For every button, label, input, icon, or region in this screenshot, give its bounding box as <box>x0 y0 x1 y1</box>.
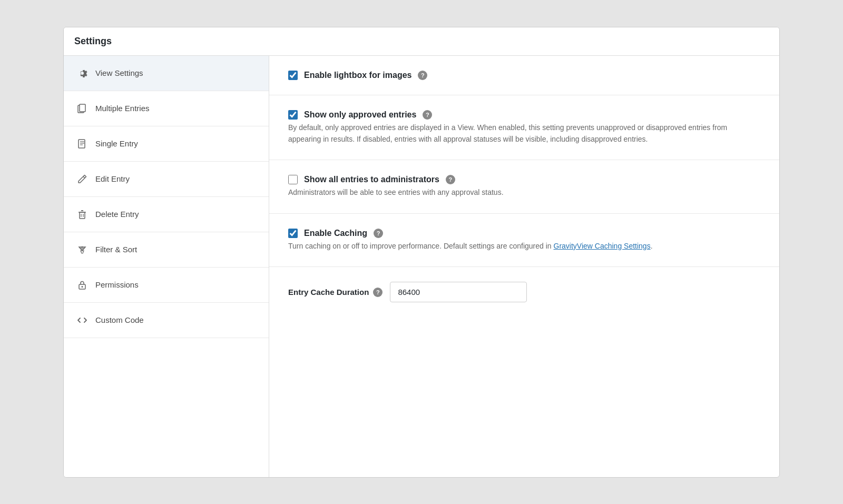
trash-icon <box>76 209 88 220</box>
cache-duration-section: Entry Cache Duration ? <box>269 267 779 317</box>
caching-checkbox[interactable] <box>288 229 298 238</box>
pencil-icon <box>76 173 88 185</box>
sidebar-label-filter-sort: Filter & Sort <box>95 245 137 254</box>
cache-duration-help-icon[interactable]: ? <box>373 288 383 297</box>
approved-entries-help-icon[interactable]: ? <box>423 110 432 120</box>
sidebar-item-view-settings[interactable]: View Settings <box>64 56 269 91</box>
sidebar-label-view-settings: View Settings <box>95 68 143 77</box>
caching-description: Turn caching on or off to improve perfor… <box>288 240 760 252</box>
approved-entries-description: By default, only approved entries are di… <box>288 122 760 145</box>
caching-label[interactable]: Enable Caching <box>304 229 367 238</box>
sidebar-label-single-entry: Single Entry <box>95 139 138 148</box>
sidebar-item-permissions[interactable]: Permissions <box>64 268 269 303</box>
sidebar: View Settings Multiple Entries <box>64 56 269 477</box>
gear-icon <box>76 67 88 79</box>
caching-settings-link[interactable]: GravityView Caching Settings <box>554 242 651 250</box>
code-icon <box>76 314 88 326</box>
lock-icon <box>76 279 88 291</box>
sidebar-item-single-entry[interactable]: Single Entry <box>64 126 269 162</box>
admin-entries-description: Administrators will be able to see entri… <box>288 186 760 198</box>
admin-entries-section: Show all entries to administrators ? Adm… <box>269 160 779 213</box>
lightbox-row: Enable lightbox for images ? <box>288 71 760 80</box>
sidebar-label-edit-entry: Edit Entry <box>95 174 130 183</box>
caching-section: Enable Caching ? Turn caching on or off … <box>269 214 779 267</box>
admin-entries-help-icon[interactable]: ? <box>446 175 455 184</box>
settings-header: Settings <box>64 27 779 56</box>
filter-icon <box>76 244 88 255</box>
caching-row: Enable Caching ? <box>288 229 760 238</box>
svg-rect-1 <box>80 104 85 112</box>
sidebar-item-edit-entry[interactable]: Edit Entry <box>64 162 269 197</box>
sidebar-item-custom-code[interactable]: Custom Code <box>64 303 269 338</box>
sidebar-label-custom-code: Custom Code <box>95 315 144 324</box>
panel-title: Settings <box>74 36 769 47</box>
page-icon <box>76 138 88 150</box>
lightbox-help-icon[interactable]: ? <box>418 71 427 80</box>
approved-entries-row: Show only approved entries ? <box>288 110 760 120</box>
pages-icon <box>76 103 88 114</box>
lightbox-label[interactable]: Enable lightbox for images <box>304 71 411 80</box>
settings-body: View Settings Multiple Entries <box>64 56 779 477</box>
lightbox-checkbox[interactable] <box>288 71 298 80</box>
caching-help-icon[interactable]: ? <box>374 229 383 238</box>
lightbox-section: Enable lightbox for images ? <box>269 56 779 95</box>
approved-entries-section: Show only approved entries ? By default,… <box>269 95 779 161</box>
admin-entries-row: Show all entries to administrators ? <box>288 175 760 184</box>
approved-entries-label[interactable]: Show only approved entries <box>304 110 416 120</box>
sidebar-label-delete-entry: Delete Entry <box>95 210 139 219</box>
main-content: Enable lightbox for images ? Show only a… <box>269 56 779 477</box>
sidebar-label-permissions: Permissions <box>95 280 139 289</box>
svg-point-16 <box>82 286 83 288</box>
svg-rect-7 <box>80 212 85 219</box>
sidebar-item-filter-sort[interactable]: Filter & Sort <box>64 232 269 268</box>
cache-duration-input[interactable] <box>390 282 527 302</box>
admin-entries-checkbox[interactable] <box>288 175 298 184</box>
sidebar-label-multiple-entries: Multiple Entries <box>95 104 150 113</box>
svg-rect-2 <box>79 140 85 148</box>
approved-entries-checkbox[interactable] <box>288 110 298 120</box>
sidebar-item-multiple-entries[interactable]: Multiple Entries <box>64 91 269 126</box>
svg-line-6 <box>83 176 85 178</box>
sidebar-item-delete-entry[interactable]: Delete Entry <box>64 197 269 232</box>
admin-entries-label[interactable]: Show all entries to administrators <box>304 175 439 184</box>
cache-duration-label: Entry Cache Duration ? <box>288 288 383 297</box>
settings-panel: Settings View Settings <box>63 27 780 478</box>
